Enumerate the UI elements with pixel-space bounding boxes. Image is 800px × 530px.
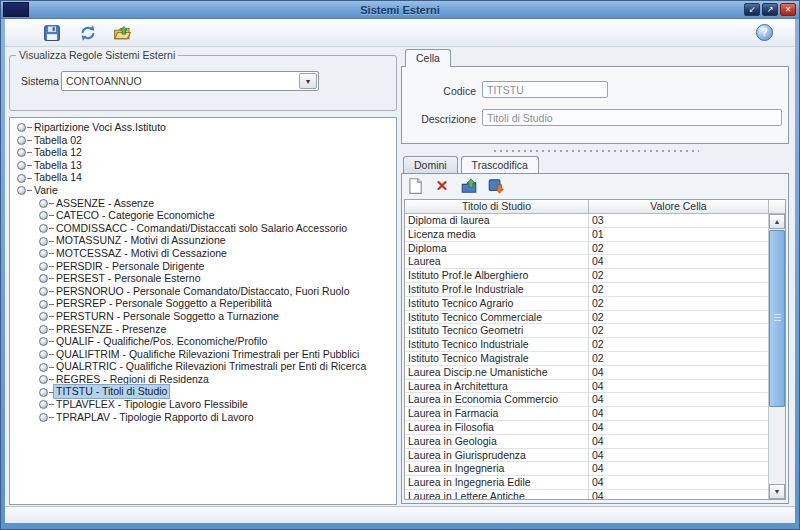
tree-expand-icon[interactable] — [38, 373, 54, 385]
tree-expand-icon[interactable] — [16, 159, 32, 171]
tree-expand-icon[interactable] — [38, 298, 54, 310]
tree-expand-icon[interactable] — [38, 260, 54, 272]
tree-expand-icon[interactable] — [38, 197, 54, 209]
tree-node[interactable]: Varie — [10, 184, 396, 197]
tree-node[interactable]: Tabella 02 — [10, 134, 396, 147]
tree-node[interactable]: PERSDIR - Personale Dirigente — [10, 260, 396, 273]
tree-expand-icon[interactable] — [38, 235, 54, 247]
table-row[interactable]: Laurea in Lettere Antiche 04 — [405, 490, 768, 499]
combobox-dropdown-icon[interactable]: ▼ — [299, 73, 317, 89]
table-row[interactable]: Laurea in Ingegneria Edile 04 — [405, 476, 768, 490]
tree-expand-icon[interactable] — [16, 184, 32, 196]
tree-expand-icon[interactable] — [38, 209, 54, 221]
tree-node[interactable]: CATECO - Categorie Economiche — [10, 209, 396, 222]
table-row[interactable]: Istituto Tecnico Commerciale 02 — [405, 311, 768, 325]
export-icon[interactable] — [487, 177, 505, 195]
tree-expand-icon[interactable] — [38, 348, 54, 360]
tree-node[interactable]: MOTASSUNZ - Motivi di Assunzione — [10, 234, 396, 247]
tree-expand-icon[interactable] — [38, 335, 54, 347]
scroll-down-icon[interactable]: ▼ — [769, 484, 785, 499]
table-row[interactable]: Laurea in Ingegneria 04 — [405, 462, 768, 476]
tree-node[interactable]: ASSENZE - Assenze — [10, 197, 396, 210]
table-row[interactable]: Istituto Tecnico Agrario 02 — [405, 297, 768, 311]
tree-expand-icon[interactable] — [38, 411, 54, 423]
table-row[interactable]: Istituto Prof.le Industriale 02 — [405, 283, 768, 297]
tree-expand-icon[interactable] — [16, 146, 32, 158]
tree-expand-icon[interactable] — [16, 121, 32, 133]
table-row[interactable]: Istituto Tecnico Magistrale 02 — [405, 352, 768, 366]
tab-trascodifica[interactable]: Trascodifica — [461, 156, 539, 173]
table-row[interactable]: Laurea in Geologia 04 — [405, 435, 768, 449]
descrizione-label: Descrizione — [404, 113, 476, 125]
column-header-valore[interactable]: Valore Cella — [589, 200, 769, 213]
titlebar[interactable]: Sistemi Esterni ↙ ↗ ✕ — [1, 1, 799, 19]
exit-icon[interactable] — [113, 24, 131, 42]
tree-node[interactable]: PERSEST - Personale Esterno — [10, 272, 396, 285]
table-scrollbar[interactable]: ▲ ▼ — [768, 214, 785, 499]
tree-expand-icon[interactable] — [38, 310, 54, 322]
descrizione-field[interactable] — [482, 109, 782, 126]
table-row[interactable]: Laurea 04 — [405, 255, 768, 269]
maximize-icon[interactable]: ↗ — [762, 3, 778, 16]
minimize-icon[interactable]: ↙ — [744, 3, 760, 16]
tree-expand-icon[interactable] — [38, 222, 54, 234]
table-row[interactable]: Diploma di laurea 03 — [405, 214, 768, 228]
sistema-combobox[interactable]: CONTOANNUO ▼ — [61, 71, 319, 91]
scrollbar-thumb[interactable] — [769, 230, 785, 407]
tree-expand-icon[interactable] — [16, 134, 32, 146]
table-row[interactable]: Laurea in Filosofia 04 — [405, 421, 768, 435]
table-row[interactable]: Istituto Tecnico Industriale 02 — [405, 338, 768, 352]
tree-node[interactable]: QUALIFTRIM - Qualifiche Rilevazioni Trim… — [10, 348, 396, 361]
tree-node-label: ASSENZE - Assenze — [54, 197, 156, 210]
help-icon[interactable]: ? — [756, 24, 773, 41]
tab-cella[interactable]: Cella — [405, 49, 451, 67]
save-icon[interactable] — [43, 24, 61, 42]
tree-node[interactable]: COMDISSACC - Comandati/Distaccati solo S… — [10, 222, 396, 235]
tree-expand-icon[interactable] — [16, 172, 32, 184]
table-row[interactable]: Laurea in Giurisprudenza 04 — [405, 449, 768, 463]
table-row[interactable]: Laurea Discip.ne Umanistiche 04 — [405, 366, 768, 380]
table-row[interactable]: Istituto Tecnico Geometri 02 — [405, 324, 768, 338]
tree-node[interactable]: Tabella 13 — [10, 159, 396, 172]
delete-row-icon[interactable]: ✕ — [433, 177, 451, 195]
tree-expand-icon[interactable] — [38, 386, 54, 398]
splitpane-divider[interactable] — [494, 150, 699, 152]
tree-node[interactable]: QUALRTRIC - Qualifiche Rilevazioni Trime… — [10, 360, 396, 373]
table-row[interactable]: Laurea in Architettura 04 — [405, 380, 768, 394]
cell-titolo: Istituto Tecnico Magistrale — [405, 352, 589, 365]
table-row[interactable]: Istituto Prof.le Alberghiero 02 — [405, 269, 768, 283]
import-icon[interactable] — [460, 177, 478, 195]
refresh-icon[interactable] — [79, 24, 97, 42]
tree-node[interactable]: PERSTURN - Personale Soggetto a Turnazio… — [10, 310, 396, 323]
tree-expand-icon[interactable] — [38, 361, 54, 373]
trascodifica-table: Titolo di Studio Valore Cella Diploma di… — [404, 199, 786, 500]
new-row-icon[interactable] — [406, 177, 424, 195]
tree-node[interactable]: Tabella 12 — [10, 146, 396, 159]
tab-domini[interactable]: Domini — [403, 156, 458, 173]
table-row[interactable]: Laurea in Economia Commercio 04 — [405, 393, 768, 407]
tree-expand-icon[interactable] — [38, 272, 54, 284]
column-header-titolo[interactable]: Titolo di Studio — [405, 200, 589, 213]
table-row[interactable]: Licenza media 01 — [405, 228, 768, 242]
tree-expand-icon[interactable] — [38, 285, 54, 297]
tree-node[interactable]: Ripartizione Voci Ass.Istituto — [10, 121, 396, 134]
tree-node[interactable]: PERSREP - Personale Soggetto a Reperibil… — [10, 297, 396, 310]
table-row[interactable]: Laurea in Farmacia 04 — [405, 407, 768, 421]
tree-expand-icon[interactable] — [38, 323, 54, 335]
tree-node[interactable]: TPRAPLAV - Tipologie Rapporto di Lavoro — [10, 411, 396, 424]
tree-node[interactable]: TPLAVFLEX - Tipologie Lavoro Flessibile — [10, 398, 396, 411]
tree-node[interactable]: PERSNORUO - Personale Comandato/Distacca… — [10, 285, 396, 298]
tree-node[interactable]: QUALIF - Qualifiche/Pos. Economiche/Prof… — [10, 335, 396, 348]
tree-node[interactable]: TITSTU - Titoli di Studio — [10, 385, 396, 398]
table-row[interactable]: Diploma 02 — [405, 242, 768, 256]
tree-expand-icon[interactable] — [38, 398, 54, 410]
tree-expand-icon[interactable] — [38, 247, 54, 259]
codice-field[interactable] — [482, 81, 608, 98]
close-icon[interactable]: ✕ — [780, 3, 796, 16]
tree-node[interactable]: MOTCESSAZ - Motivi di Cessazione — [10, 247, 396, 260]
tree-node-label: Tabella 13 — [32, 159, 84, 172]
tree-node[interactable]: Tabella 14 — [10, 171, 396, 184]
tree-node[interactable]: PRESENZE - Presenze — [10, 323, 396, 336]
scroll-up-icon[interactable]: ▲ — [769, 214, 785, 229]
tree-node[interactable]: REGRES - Regioni di Residenza — [10, 373, 396, 386]
